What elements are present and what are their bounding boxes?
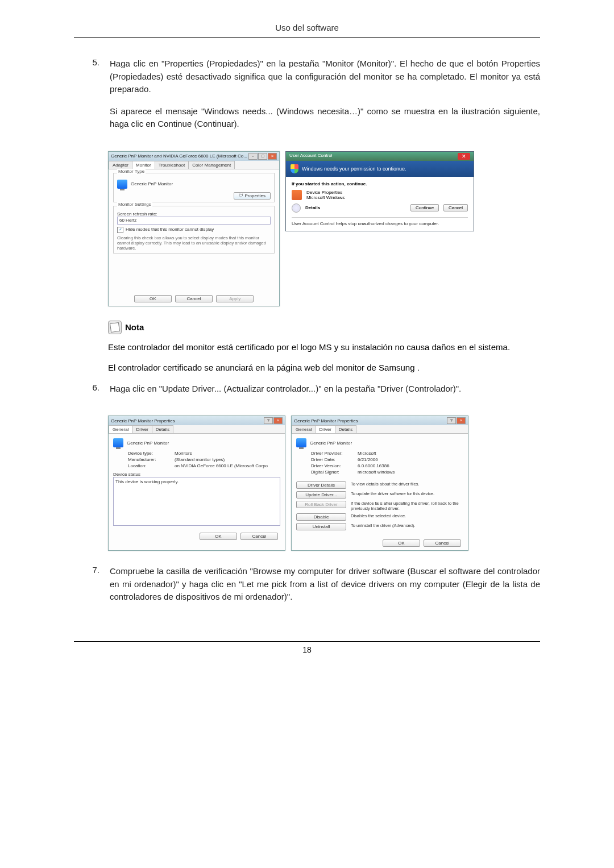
tab-driver[interactable]: Driver	[132, 425, 152, 433]
refresh-rate-select[interactable]: 60 Hertz	[117, 217, 271, 225]
shield-icon	[291, 164, 298, 173]
help-icon[interactable]: ?	[447, 417, 456, 424]
dialog-monitor-properties: Generic PnP Monitor and NVIDIA GeForce 6…	[108, 151, 280, 306]
uninstall-button[interactable]: Uninstall	[296, 523, 346, 530]
label: Driver Date:	[311, 457, 358, 462]
help-icon[interactable]: ?	[264, 417, 273, 424]
tab-general[interactable]: General	[292, 425, 316, 433]
driver-details-button[interactable]: Driver Details	[296, 481, 346, 489]
close-icon[interactable]: ×	[457, 417, 466, 424]
monitor-name: Generic PnP Monitor	[131, 181, 173, 186]
ok-button[interactable]: OK	[200, 533, 237, 540]
uac-footer-text: User Account Control helps stop unauthor…	[292, 217, 468, 226]
note-label: Nota	[125, 322, 144, 332]
hide-modes-checkbox[interactable]: ✓	[117, 227, 123, 233]
paragraph: Si aparece el mensaje "Windows needs... …	[110, 105, 540, 131]
label: Driver Version:	[311, 463, 358, 468]
value: microsoft windows	[358, 470, 395, 475]
cancel-button[interactable]: Cancel	[175, 295, 213, 302]
group-label: Monitor Type	[117, 169, 146, 174]
program-publisher: Microsoft Windows	[306, 195, 345, 200]
help-text: Disables the selected device.	[351, 513, 463, 518]
disable-button[interactable]: Disable	[296, 513, 346, 521]
window-title: Generic PnP Monitor Properties	[111, 418, 175, 423]
window-title: User Account Control	[289, 153, 333, 160]
apply-button[interactable]: Apply	[216, 295, 254, 302]
close-icon[interactable]: ×	[268, 153, 277, 160]
device-status-box: This device is working properly.	[113, 477, 280, 526]
note-text: El controlador certificado se anunciará …	[108, 362, 540, 375]
tab-color-management[interactable]: Color Management	[188, 161, 235, 169]
uac-instruction: If you started this action, continue.	[292, 181, 468, 186]
tab-details[interactable]: Details	[335, 425, 356, 433]
program-icon	[292, 190, 302, 200]
tab-driver[interactable]: Driver	[315, 425, 335, 433]
page-header: Uso del software	[74, 23, 540, 38]
maximize-icon[interactable]: □	[258, 153, 267, 160]
value: (Standard monitor types)	[175, 457, 225, 462]
dialog-uac: User Account Control ✕ Windows needs you…	[285, 151, 474, 231]
label: Driver Provider:	[311, 451, 358, 456]
value: 6/21/2006	[358, 457, 378, 462]
window-title: Generic PnP Monitor Properties	[294, 418, 358, 423]
paragraph: Haga clic en "Update Driver... (Actualiz…	[110, 383, 540, 396]
program-name: Device Properties	[306, 190, 345, 195]
checkbox-label: Hide modes that this monitor cannot disp…	[126, 227, 214, 233]
step-body: Compruebe la casilla de verificación "Br…	[110, 565, 540, 613]
close-icon[interactable]: ✕	[458, 153, 470, 160]
value: on NVIDIA GeForce 6600 LE (Microsoft Cor…	[175, 463, 268, 468]
cancel-button[interactable]: Cancel	[240, 533, 278, 540]
continue-button[interactable]: Continue	[410, 204, 439, 211]
step-number: 6.	[74, 383, 110, 405]
label: Location:	[128, 463, 175, 468]
update-driver-button[interactable]: Update Driver...	[296, 491, 346, 499]
paragraph: Haga clic en "Properties (Propiedades)" …	[110, 57, 540, 96]
monitor-icon	[113, 438, 123, 447]
help-text: To update the driver software for this d…	[351, 491, 463, 496]
value: Monitors	[175, 451, 192, 456]
cancel-button[interactable]: Cancel	[424, 539, 461, 547]
tab-details[interactable]: Details	[152, 425, 173, 433]
label: Digital Signer:	[311, 470, 358, 475]
monitor-icon	[117, 180, 127, 189]
value: 6.0.6000.16386	[358, 463, 389, 468]
cancel-button[interactable]: Cancel	[443, 204, 468, 211]
step-number: 7.	[74, 565, 110, 613]
label: Screen refresh rate:	[117, 211, 271, 217]
step-body: Haga clic en "Properties (Propiedades)" …	[110, 57, 540, 140]
chevron-down-icon[interactable]	[292, 203, 301, 213]
minimize-icon[interactable]: -	[248, 153, 258, 160]
help-text: Clearing this check box allows you to se…	[117, 235, 271, 251]
window-title: Generic PnP Monitor and NVIDIA GeForce 6…	[111, 153, 247, 159]
device-name: Generic PnP Monitor	[310, 441, 352, 446]
device-name: Generic PnP Monitor	[127, 441, 169, 446]
tab-monitor[interactable]: Monitor	[132, 161, 155, 169]
value: Microsoft	[358, 451, 376, 456]
monitor-icon	[296, 438, 306, 447]
note-icon	[108, 321, 122, 334]
properties-button[interactable]: 🛡 Properties	[234, 192, 271, 200]
rollback-driver-button[interactable]: Roll Back Driver	[296, 501, 346, 508]
close-icon[interactable]: ×	[273, 417, 283, 424]
help-text: To view details about the driver files.	[351, 481, 463, 487]
group-label: Monitor Settings	[117, 202, 152, 207]
step-number: 5.	[74, 57, 110, 140]
dialog-properties-general: Generic PnP Monitor Properties ? × Gener…	[108, 416, 285, 551]
ok-button[interactable]: OK	[134, 295, 172, 302]
dialog-properties-driver: Generic PnP Monitor Properties ? × Gener…	[291, 416, 468, 551]
uac-banner-text: Windows needs your permission to contion…	[302, 166, 406, 172]
tab-general[interactable]: General	[109, 425, 132, 433]
details-toggle[interactable]: Details	[305, 205, 320, 210]
help-text: To uninstall the driver (Advanced).	[351, 523, 463, 528]
label: Device type:	[128, 451, 175, 456]
note-text: Este controlador del monitor está certif…	[108, 341, 540, 354]
paragraph: Compruebe la casilla de verificación "Br…	[110, 565, 540, 604]
tab-troubleshoot[interactable]: Troubleshoot	[155, 161, 189, 169]
label: Device status	[113, 472, 280, 477]
label: Manufacturer:	[128, 457, 175, 462]
step-body: Haga clic en "Update Driver... (Actualiz…	[110, 383, 540, 405]
ok-button[interactable]: OK	[383, 539, 420, 547]
page-number: 18	[74, 641, 540, 654]
help-text: If the device fails after updating the d…	[351, 501, 463, 511]
tab-adapter[interactable]: Adapter	[109, 161, 132, 169]
